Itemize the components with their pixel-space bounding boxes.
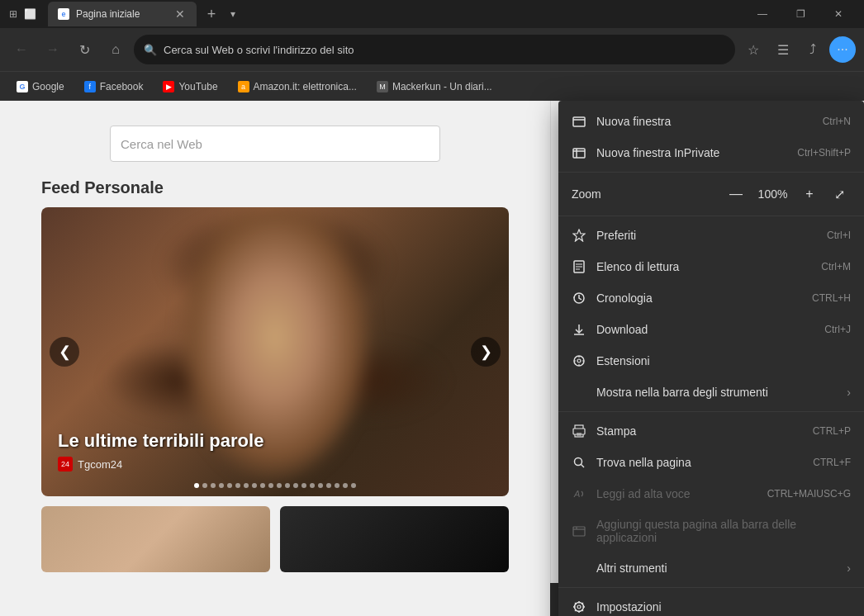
zoom-row: Zoom — 100% + ⤢	[558, 176, 864, 212]
bookmark-facebook[interactable]: f Facebook	[76, 78, 152, 96]
address-bar[interactable]: 🔍 Cerca sul Web o scrivi l'indirizzo del…	[134, 35, 735, 64]
bookmark-amazon[interactable]: a Amazon.it: elettronica...	[230, 78, 365, 96]
carousel-next-button[interactable]: ❯	[471, 337, 501, 367]
carousel-dot-4[interactable]	[227, 483, 232, 488]
bookmark-google[interactable]: G Google	[8, 78, 73, 96]
svg-rect-26	[573, 527, 585, 536]
bookmark-mac[interactable]: M Mackerkun - Un diari...	[368, 78, 501, 96]
carousel-dot-10[interactable]	[277, 483, 282, 488]
bookmark-youtube[interactable]: ▶ YouTube	[154, 78, 225, 96]
menu-item-add-app: Aggiungi questa pagina alla barra delle …	[558, 509, 864, 552]
menu-divider-4	[558, 587, 864, 588]
carousel-dot-8[interactable]	[260, 483, 265, 488]
zoom-minus-button[interactable]: —	[724, 182, 748, 206]
carousel-dot-15[interactable]	[318, 483, 323, 488]
maximize-button[interactable]: ❐	[781, 0, 819, 28]
carousel-dot-5[interactable]	[235, 483, 240, 488]
carousel-dot-6[interactable]	[244, 483, 249, 488]
menu-item-inprivate[interactable]: Nuova finestra InPrivate Ctrl+Shift+P	[558, 137, 864, 168]
carousel-dot-17[interactable]	[335, 483, 339, 488]
carousel-dot-0[interactable]	[194, 483, 199, 488]
carousel-dot-7[interactable]	[252, 483, 257, 488]
bookmark-facebook-label: Facebook	[100, 81, 144, 92]
carousel-dot-2[interactable]	[211, 483, 216, 488]
extensions-icon	[572, 353, 586, 368]
carousel-prev-button[interactable]: ❮	[50, 337, 79, 367]
zoom-label: Zoom	[572, 187, 718, 201]
carousel-dot-14[interactable]	[310, 483, 315, 488]
show-toolbar-icon	[572, 385, 586, 400]
close-button[interactable]: ✕	[819, 0, 857, 28]
carousel-dot-9[interactable]	[268, 483, 273, 488]
reading-list-icon	[572, 259, 586, 274]
carousel-dot-18[interactable]	[343, 483, 348, 488]
read-aloud-icon: A	[572, 486, 586, 501]
share-button[interactable]: ⤴	[800, 36, 826, 63]
tab-favicon: e	[58, 8, 69, 20]
bookmark-youtube-label: YouTube	[178, 81, 217, 92]
search-container: Cerca nel Web	[0, 101, 550, 178]
tab-dropdown-button[interactable]: ▾	[225, 6, 241, 22]
back-button[interactable]: ←	[8, 36, 35, 63]
card-left[interactable]	[41, 506, 270, 572]
menu-item-reading-list[interactable]: Elenco di lettura Ctrl+M	[558, 251, 864, 282]
zoom-value: 100%	[754, 187, 791, 201]
inprivate-icon	[572, 145, 586, 160]
carousel-dot-16[interactable]	[326, 483, 331, 488]
carousel-dot-12[interactable]	[293, 483, 298, 488]
menu-label-show-toolbar: Mostra nella barra degli strumenti	[596, 386, 837, 399]
menu-item-extensions[interactable]: Estensioni	[558, 345, 864, 377]
menu-item-downloads[interactable]: Download Ctrl+J	[558, 314, 864, 345]
zoom-plus-button[interactable]: +	[798, 182, 821, 206]
zoom-fullscreen-button[interactable]: ⤢	[828, 182, 851, 206]
menu-item-find[interactable]: Trova nella pagina CTRL+F	[558, 447, 864, 478]
search-box[interactable]: Cerca nel Web	[110, 126, 440, 162]
carousel: ❮ ❯ Le ultime terribili parole 24 Tgcom2…	[41, 207, 509, 496]
menu-label-print: Stampa	[596, 424, 803, 438]
card-right[interactable]	[280, 506, 509, 572]
google-favicon: G	[17, 81, 28, 92]
menu-item-favorites[interactable]: Preferiti Ctrl+I	[558, 220, 864, 251]
forward-button[interactable]: →	[40, 36, 66, 63]
toolbar: ← → ↻ ⌂ 🔍 Cerca sul Web o scrivi l'indir…	[0, 28, 864, 71]
shortcut-find: CTRL+F	[813, 457, 851, 468]
carousel-dot-19[interactable]	[351, 483, 356, 488]
menu-item-print[interactable]: Stampa CTRL+P	[558, 415, 864, 447]
shortcut-inprivate: Ctrl+Shift+P	[797, 147, 851, 159]
hub-button[interactable]: ☰	[770, 36, 796, 63]
menu-item-show-toolbar[interactable]: Mostra nella barra degli strumenti ›	[558, 377, 864, 408]
tab-close-button[interactable]: ✕	[173, 7, 187, 21]
carousel-dot-1[interactable]	[202, 483, 207, 488]
history-icon	[572, 291, 586, 306]
menu-item-history[interactable]: Cronologia CTRL+H	[558, 282, 864, 314]
bookmark-amazon-label: Amazon.it: elettronica...	[254, 81, 357, 92]
mac-favicon: M	[377, 81, 388, 92]
grid-icon[interactable]: ⊞	[7, 7, 20, 21]
menu-item-settings[interactable]: Impostazioni	[558, 591, 864, 616]
active-tab[interactable]: e Pagina iniziale ✕	[48, 2, 197, 26]
menu-item-other-tools[interactable]: Altri strumenti ›	[558, 552, 864, 584]
tab-bar: e Pagina iniziale ✕ + ▾	[48, 2, 738, 26]
menu-divider-3	[558, 411, 864, 412]
menu-divider-2	[558, 216, 864, 216]
more-button[interactable]: ···	[829, 36, 856, 63]
new-tab-button[interactable]: +	[200, 2, 223, 26]
menu-label-read-aloud: Leggi ad alta voce	[596, 487, 757, 500]
bookmark-mac-label: Mackerkun - Un diari...	[392, 81, 492, 92]
facebook-favicon: f	[84, 81, 96, 92]
refresh-button[interactable]: ↻	[71, 36, 97, 63]
carousel-dot-11[interactable]	[285, 483, 290, 488]
menu-label-add-app: Aggiungi questa pagina alla barra delle …	[596, 518, 851, 544]
menu-item-new-window[interactable]: Nuova finestra Ctrl+N	[558, 106, 864, 137]
home-button[interactable]: ⌂	[102, 36, 129, 63]
menu-label-extensions: Estensioni	[596, 354, 841, 367]
other-tools-arrow-icon: ›	[847, 562, 851, 575]
carousel-dot-13[interactable]	[301, 483, 306, 488]
favorite-button[interactable]: ☆	[740, 36, 767, 63]
minimize-button[interactable]: —	[743, 0, 781, 28]
bookmark-google-label: Google	[32, 81, 64, 92]
address-text: Cerca sul Web o scrivi l'indirizzo del s…	[164, 44, 725, 56]
carousel-dot-3[interactable]	[219, 483, 224, 488]
carousel-caption: Le ultime terribili parole 24 Tgcom24	[58, 430, 263, 471]
tab-icon[interactable]: ⬜	[23, 7, 36, 21]
